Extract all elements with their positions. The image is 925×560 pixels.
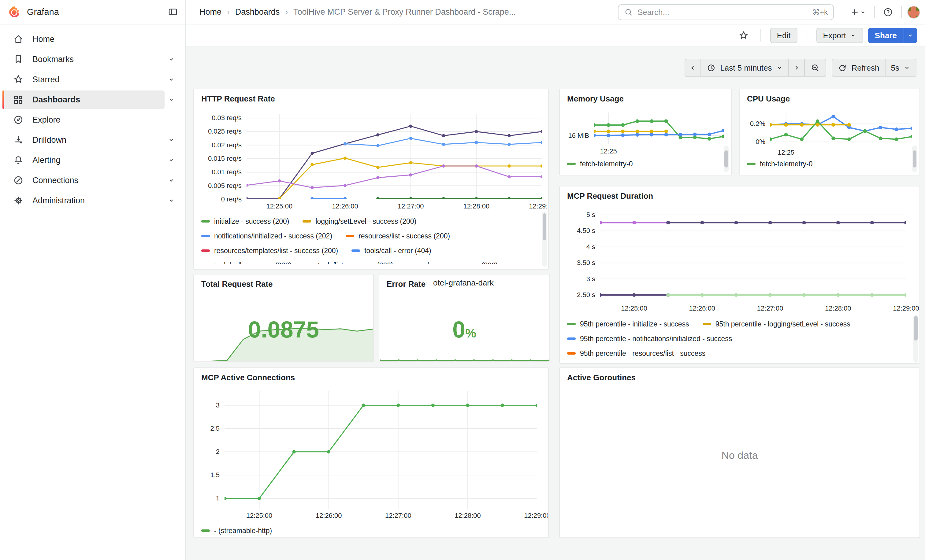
sidebar-item-bookmarks: Bookmarks	[3, 50, 178, 69]
panel-toggle-icon	[168, 7, 178, 17]
expand-chevron-icon[interactable]	[164, 156, 178, 164]
legend-item[interactable]: initialize - success (200)	[201, 217, 289, 225]
legend-label: 95th percentile - notifications/initiali…	[580, 335, 732, 343]
legend-item[interactable]: 95th percentile - notifications/initiali…	[567, 335, 732, 343]
legend-item[interactable]: tools/list - success (200)	[305, 261, 393, 264]
divider	[761, 29, 761, 42]
expand-chevron-icon[interactable]	[164, 76, 178, 83]
sidebar-toggle-button[interactable]	[165, 4, 181, 20]
legend-item[interactable]: logging/setLevel - success (200)	[303, 217, 416, 225]
edit-button[interactable]: Edit	[770, 28, 797, 43]
expand-chevron-icon[interactable]	[164, 136, 178, 144]
sidebar-item-link[interactable]: Drilldown	[3, 131, 164, 149]
star-dashboard-button[interactable]	[736, 28, 751, 43]
panel-error-rate: Error Rate otel-grafana-dark 0%	[379, 274, 550, 362]
panel-cpu-usage: CPU Usage fetch-telemetry-0 0.2%0%12:25	[739, 89, 920, 176]
home-icon	[13, 34, 24, 45]
y-axis-tick: 2	[194, 448, 220, 456]
divider	[874, 6, 875, 18]
expand-chevron-icon[interactable]	[164, 177, 178, 184]
refresh-interval-picker[interactable]: 5s	[886, 59, 916, 77]
help-button[interactable]	[880, 5, 896, 20]
legend-item[interactable]: unknown - success (200)	[407, 261, 498, 264]
search-placeholder: Search...	[637, 8, 808, 17]
legend-label: 95th percentile - logging/setLevel - suc…	[716, 320, 850, 328]
legend-item[interactable]: fetch-telemetry-0	[747, 160, 813, 168]
refresh-button[interactable]: Refresh	[832, 59, 885, 77]
time-range-picker[interactable]: Last 5 minutes	[701, 59, 789, 77]
user-avatar[interactable]	[907, 6, 920, 19]
panel-title[interactable]: Memory Usage	[567, 94, 624, 104]
expand-chevron-icon[interactable]	[164, 56, 178, 63]
sidebar-item-link[interactable]: Bookmarks	[3, 50, 164, 69]
x-axis-tick: 12:25:00	[235, 512, 284, 519]
star-icon	[13, 74, 24, 85]
sidebar-item-connections: Connections	[3, 171, 178, 189]
y-axis-tick: 2.5	[194, 425, 220, 432]
top-bar: Grafana Home › Dashboards › ToolHive MCP…	[0, 0, 925, 24]
search-input[interactable]: Search... ⌘+k	[618, 4, 834, 20]
sidebar-item-link[interactable]: Starred	[3, 70, 164, 89]
legend-scrollbar-thumb[interactable]	[724, 150, 728, 168]
sidebar-item-link[interactable]: Home	[3, 30, 164, 48]
plug-icon	[13, 175, 24, 186]
y-axis-tick: 1.5	[194, 471, 220, 479]
clock-icon	[707, 63, 716, 72]
legend-item[interactable]: 95th percentile - logging/setLevel - suc…	[703, 320, 850, 328]
add-new-button[interactable]	[847, 5, 869, 20]
expand-chevron-icon[interactable]	[164, 96, 178, 103]
panel-title[interactable]: CPU Usage	[747, 94, 790, 104]
divider	[901, 6, 902, 18]
sidebar-item-link[interactable]: Alerting	[3, 151, 164, 169]
breadcrumb-dashboards[interactable]: Dashboards	[235, 8, 280, 17]
expand-chevron-icon[interactable]	[164, 197, 178, 204]
legend-scrollbar-thumb[interactable]	[542, 213, 546, 240]
sidebar-item-link[interactable]: Administration	[3, 191, 164, 210]
panel-title[interactable]: MCP Active Connections	[201, 373, 295, 383]
legend-color-marker	[703, 323, 711, 325]
sidebar-item-link[interactable]: Dashboards	[3, 90, 164, 109]
breadcrumb-home[interactable]: Home	[199, 8, 221, 17]
y-axis-tick: 0.03 req/s	[194, 114, 242, 122]
legend-item[interactable]: 95th percentile - initialize - success	[567, 320, 689, 328]
legend-item[interactable]: 95th percentile - resources/list - succe…	[567, 349, 705, 357]
zoom-out-time-button[interactable]	[805, 59, 826, 77]
legend-item[interactable]: resources/templates/list - success (200)	[201, 247, 338, 255]
panel-title[interactable]: MCP Request Duration	[567, 191, 653, 201]
sidebar-item-link[interactable]: Explore	[3, 111, 164, 129]
time-shift-back-button[interactable]	[685, 59, 701, 77]
sidebar-item-label: Home	[32, 35, 54, 44]
legend-label: initialize - success (200)	[214, 217, 289, 225]
panel-title[interactable]: Total Request Rate	[201, 279, 273, 289]
y-axis-tick: 3.50 s	[560, 259, 595, 267]
legend-item[interactable]: tools/call - error (404)	[351, 247, 431, 255]
share-dropdown-button[interactable]	[904, 28, 917, 43]
share-button[interactable]: Share	[868, 28, 904, 43]
legend-color-marker	[351, 249, 360, 252]
panel-title[interactable]: Error Rate	[387, 279, 425, 289]
breadcrumb: Home › Dashboards › ToolHive MCP Server …	[199, 8, 516, 17]
refresh-group: Refresh 5s	[832, 59, 916, 77]
y-axis-tick: 16 MiB	[560, 132, 589, 140]
x-axis-tick: 12:29:00	[513, 512, 549, 519]
legend-item[interactable]: tools/call - success (200)	[201, 261, 292, 264]
legend-item[interactable]: - (streamable-http)	[201, 527, 272, 535]
panel-title[interactable]: Active Goroutines	[567, 373, 636, 383]
main-content: Edit Export Share	[186, 24, 925, 560]
legend-item[interactable]: fetch-telemetry-0	[567, 160, 633, 168]
time-shift-forward-button[interactable]	[789, 59, 805, 77]
sidebar-list: HomeBookmarksStarredDashboardsExploreDri…	[0, 30, 185, 210]
sidebar-item-link[interactable]: Connections	[3, 171, 164, 189]
sidebar-item-starred: Starred	[3, 70, 178, 89]
dashboard-toolbar: Edit Export Share	[186, 24, 925, 47]
legend-item[interactable]: notifications/initialized - success (202…	[201, 232, 332, 240]
y-axis-tick: 2.50 s	[560, 291, 595, 299]
legend-scrollbar-thumb[interactable]	[913, 150, 916, 168]
panel-title[interactable]: HTTP Request Rate	[201, 94, 275, 104]
legend-scrollbar-thumb[interactable]	[914, 316, 917, 341]
legend-item[interactable]: resources/list - success (200)	[346, 232, 450, 240]
zoom-out-icon	[810, 63, 820, 73]
breadcrumb-current-dashboard: ToolHive MCP Server & Proxy Runner Dashb…	[293, 8, 516, 17]
x-axis-tick: 12:25:00	[610, 305, 658, 312]
export-button[interactable]: Export	[817, 28, 863, 43]
